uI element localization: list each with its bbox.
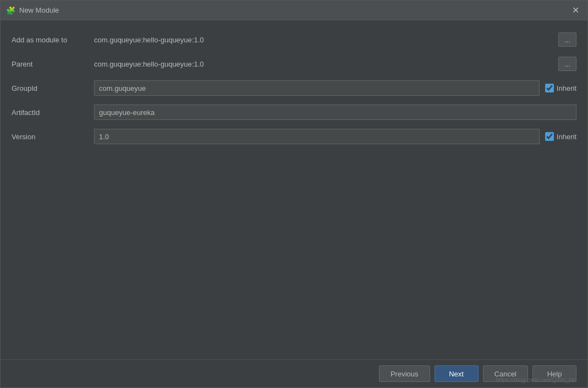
- version-label: Version: [12, 133, 94, 141]
- artifact-id-label: ArtifactId: [12, 108, 94, 117]
- parent-row: Parent com.guqueyue:hello-guqueyue:1.0 .…: [12, 56, 576, 72]
- parent-value: com.guqueyue:hello-guqueyue:1.0: [94, 60, 553, 68]
- version-inherit-checkbox[interactable]: [545, 132, 554, 141]
- group-id-inherit-label: Inherit: [557, 84, 576, 92]
- dialog-icon: 🧩: [6, 6, 15, 15]
- close-button[interactable]: ✕: [569, 4, 582, 17]
- title-bar: 🧩 New Module ✕: [1, 1, 587, 20]
- artifact-id-input[interactable]: [94, 105, 576, 120]
- add-as-module-value: com.guqueyue:hello-guqueyue:1.0: [94, 36, 553, 44]
- artifact-id-row: ArtifactId: [12, 104, 576, 121]
- group-id-row: GroupId Inherit: [12, 80, 576, 96]
- version-input[interactable]: [94, 129, 540, 144]
- watermark: https://blog.csdn.net/Qizhi_Hu: [496, 376, 576, 383]
- parent-label: Parent: [12, 60, 94, 68]
- content-spacer: [12, 152, 576, 354]
- dialog-footer: Previous Next Cancel Help https://blog.c…: [1, 359, 587, 387]
- previous-button[interactable]: Previous: [379, 365, 430, 382]
- parent-browse-button[interactable]: ...: [558, 57, 576, 71]
- group-id-inherit-wrap: Inherit: [545, 84, 576, 92]
- add-as-module-browse-button[interactable]: ...: [558, 32, 576, 47]
- version-row: Version Inherit: [12, 128, 576, 145]
- version-inherit-wrap: Inherit: [545, 132, 576, 141]
- add-as-module-label: Add as module to: [12, 36, 94, 44]
- add-as-module-row: Add as module to com.guqueyue:hello-guqu…: [12, 31, 576, 48]
- dialog-content: Add as module to com.guqueyue:hello-guqu…: [1, 20, 587, 359]
- group-id-label: GroupId: [12, 84, 94, 92]
- next-button[interactable]: Next: [435, 365, 479, 382]
- group-id-input[interactable]: [94, 80, 540, 96]
- dialog-title: New Module: [19, 6, 569, 14]
- version-inherit-label: Inherit: [557, 133, 576, 141]
- group-id-inherit-checkbox[interactable]: [545, 84, 554, 92]
- new-module-dialog: 🧩 New Module ✕ Add as module to com.guqu…: [0, 0, 588, 388]
